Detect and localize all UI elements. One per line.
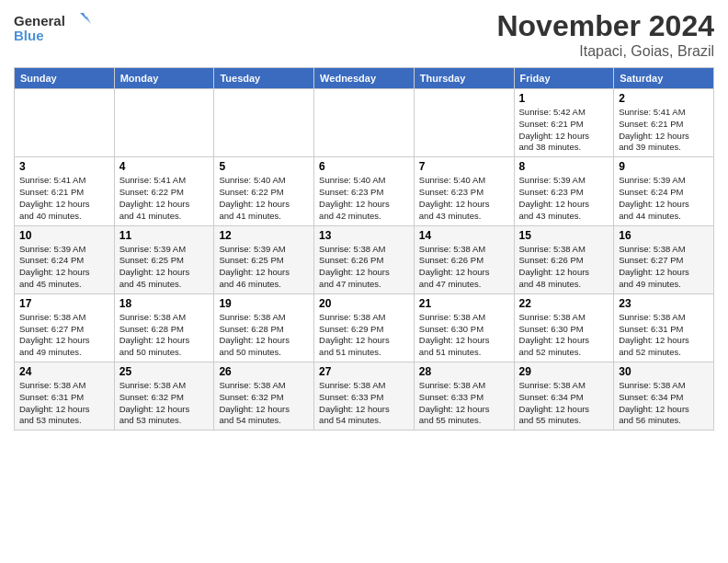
page-container: General Blue November 2024 Itapaci, Goia… [0,0,728,440]
day-cell: 5Sunrise: 5:40 AMSunset: 6:22 PMDaylight… [214,157,314,225]
day-number: 30 [619,365,709,378]
day-number: 2 [619,92,709,105]
page-subtitle: Itapaci, Goias, Brazil [496,43,714,60]
day-cell [414,89,514,157]
day-info: Sunrise: 5:38 AMSunset: 6:30 PMDaylight:… [419,312,490,357]
day-number: 14 [419,229,509,242]
day-cell: 30Sunrise: 5:38 AMSunset: 6:34 PMDayligh… [614,362,714,431]
header: General Blue November 2024 Itapaci, Goia… [14,9,714,60]
day-number: 25 [119,365,210,378]
day-cell: 21Sunrise: 5:38 AMSunset: 6:30 PMDayligh… [414,293,514,362]
day-info: Sunrise: 5:38 AMSunset: 6:32 PMDaylight:… [119,380,190,425]
day-info: Sunrise: 5:42 AMSunset: 6:21 PMDaylight:… [519,107,590,152]
svg-text:General: General [14,13,65,29]
day-number: 17 [19,297,109,310]
day-cell: 19Sunrise: 5:38 AMSunset: 6:28 PMDayligh… [214,293,314,362]
day-cell: 3Sunrise: 5:41 AMSunset: 6:21 PMDaylight… [15,157,115,225]
day-cell: 25Sunrise: 5:38 AMSunset: 6:32 PMDayligh… [114,362,214,431]
header-row: Sunday Monday Tuesday Wednesday Thursday… [15,68,714,89]
week-row-2: 3Sunrise: 5:41 AMSunset: 6:21 PMDaylight… [15,157,714,225]
day-cell: 7Sunrise: 5:40 AMSunset: 6:23 PMDaylight… [414,157,514,225]
day-number: 28 [419,365,509,378]
day-cell: 18Sunrise: 5:38 AMSunset: 6:28 PMDayligh… [114,293,214,362]
logo-svg: General Blue [14,9,97,46]
day-info: Sunrise: 5:40 AMSunset: 6:23 PMDaylight:… [419,175,490,220]
day-info: Sunrise: 5:38 AMSunset: 6:34 PMDaylight:… [519,380,590,425]
day-number: 4 [119,160,210,173]
day-number: 23 [619,297,709,310]
day-number: 10 [19,229,109,242]
day-number: 5 [219,160,309,173]
day-number: 12 [219,229,309,242]
col-wednesday: Wednesday [314,68,415,89]
day-info: Sunrise: 5:38 AMSunset: 6:33 PMDaylight:… [419,380,490,425]
day-cell: 1Sunrise: 5:42 AMSunset: 6:21 PMDaylight… [514,89,614,157]
day-number: 19 [219,297,309,310]
day-number: 18 [119,297,210,310]
day-cell: 12Sunrise: 5:39 AMSunset: 6:25 PMDayligh… [214,225,314,293]
day-info: Sunrise: 5:38 AMSunset: 6:30 PMDaylight:… [519,312,590,357]
col-friday: Friday [514,68,614,89]
col-sunday: Sunday [15,68,115,89]
day-cell: 11Sunrise: 5:39 AMSunset: 6:25 PMDayligh… [114,225,214,293]
day-number: 16 [619,229,709,242]
day-info: Sunrise: 5:39 AMSunset: 6:24 PMDaylight:… [619,175,689,220]
day-cell: 28Sunrise: 5:38 AMSunset: 6:33 PMDayligh… [414,362,514,431]
day-info: Sunrise: 5:39 AMSunset: 6:24 PMDaylight:… [19,244,90,289]
day-info: Sunrise: 5:41 AMSunset: 6:21 PMDaylight:… [19,175,90,220]
day-cell: 9Sunrise: 5:39 AMSunset: 6:24 PMDaylight… [614,157,714,225]
title-block: November 2024 Itapaci, Goias, Brazil [496,9,714,60]
day-info: Sunrise: 5:38 AMSunset: 6:28 PMDaylight:… [219,312,290,357]
day-info: Sunrise: 5:39 AMSunset: 6:25 PMDaylight:… [119,244,190,289]
day-number: 22 [519,297,609,310]
day-number: 15 [519,229,609,242]
day-cell: 13Sunrise: 5:38 AMSunset: 6:26 PMDayligh… [314,225,415,293]
day-number: 20 [319,297,409,310]
day-info: Sunrise: 5:38 AMSunset: 6:28 PMDaylight:… [119,312,190,357]
day-cell: 8Sunrise: 5:39 AMSunset: 6:23 PMDaylight… [514,157,614,225]
day-info: Sunrise: 5:38 AMSunset: 6:26 PMDaylight:… [419,244,490,289]
col-saturday: Saturday [614,68,714,89]
day-cell: 4Sunrise: 5:41 AMSunset: 6:22 PMDaylight… [114,157,214,225]
col-thursday: Thursday [414,68,514,89]
day-info: Sunrise: 5:38 AMSunset: 6:29 PMDaylight:… [319,312,390,357]
page-title: November 2024 [496,9,714,43]
day-cell: 6Sunrise: 5:40 AMSunset: 6:23 PMDaylight… [314,157,415,225]
week-row-5: 24Sunrise: 5:38 AMSunset: 6:31 PMDayligh… [15,362,714,431]
svg-text:Blue: Blue [14,28,44,43]
day-info: Sunrise: 5:41 AMSunset: 6:22 PMDaylight:… [119,175,190,220]
day-number: 9 [619,160,709,173]
day-number: 13 [319,229,409,242]
day-info: Sunrise: 5:38 AMSunset: 6:34 PMDaylight:… [619,380,689,425]
day-info: Sunrise: 5:38 AMSunset: 6:31 PMDaylight:… [19,380,90,425]
day-cell: 29Sunrise: 5:38 AMSunset: 6:34 PMDayligh… [514,362,614,431]
day-number: 26 [219,365,309,378]
day-info: Sunrise: 5:39 AMSunset: 6:25 PMDaylight:… [219,244,290,289]
day-cell [214,89,314,157]
day-cell: 2Sunrise: 5:41 AMSunset: 6:21 PMDaylight… [614,89,714,157]
day-info: Sunrise: 5:38 AMSunset: 6:26 PMDaylight:… [319,244,390,289]
day-info: Sunrise: 5:38 AMSunset: 6:26 PMDaylight:… [519,244,590,289]
day-number: 24 [19,365,109,378]
day-number: 11 [119,229,210,242]
day-number: 3 [19,160,109,173]
day-number: 29 [519,365,609,378]
week-row-3: 10Sunrise: 5:39 AMSunset: 6:24 PMDayligh… [15,225,714,293]
day-cell [114,89,214,157]
day-cell: 17Sunrise: 5:38 AMSunset: 6:27 PMDayligh… [15,293,115,362]
col-monday: Monday [114,68,214,89]
day-cell: 15Sunrise: 5:38 AMSunset: 6:26 PMDayligh… [514,225,614,293]
day-number: 7 [419,160,509,173]
day-info: Sunrise: 5:39 AMSunset: 6:23 PMDaylight:… [519,175,590,220]
day-cell: 22Sunrise: 5:38 AMSunset: 6:30 PMDayligh… [514,293,614,362]
week-row-4: 17Sunrise: 5:38 AMSunset: 6:27 PMDayligh… [15,293,714,362]
day-info: Sunrise: 5:38 AMSunset: 6:32 PMDaylight:… [219,380,290,425]
logo: General Blue [14,9,97,46]
day-number: 1 [519,92,609,105]
day-cell: 27Sunrise: 5:38 AMSunset: 6:33 PMDayligh… [314,362,415,431]
day-cell [15,89,115,157]
week-row-1: 1Sunrise: 5:42 AMSunset: 6:21 PMDaylight… [15,89,714,157]
day-cell: 23Sunrise: 5:38 AMSunset: 6:31 PMDayligh… [614,293,714,362]
day-number: 21 [419,297,509,310]
col-tuesday: Tuesday [214,68,314,89]
